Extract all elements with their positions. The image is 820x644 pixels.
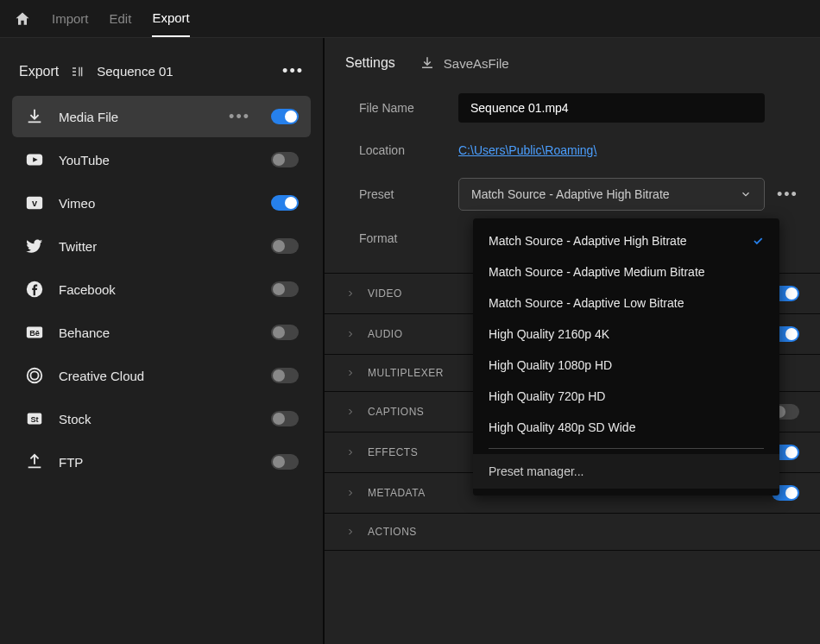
cc-icon	[24, 365, 45, 386]
svg-point-6	[28, 369, 42, 383]
stock-icon: St	[24, 408, 45, 429]
save-as-file-button[interactable]: SaveAsFile	[419, 55, 509, 71]
tab-export[interactable]: Export	[152, 0, 189, 37]
destination-label: Behance	[59, 325, 257, 340]
preset-option[interactable]: High Quality 480p SD Wide	[473, 412, 779, 443]
youtube-icon	[24, 149, 45, 170]
destination-behance[interactable]: BēBehance	[12, 312, 311, 353]
destination-list: Media File•••YouTubevVimeoTwitterFaceboo…	[12, 96, 311, 483]
settings-panel: Settings SaveAsFile File Name Location C…	[325, 38, 820, 644]
home-icon[interactable]	[14, 10, 31, 28]
settings-title: Settings	[345, 55, 395, 71]
destination-facebook[interactable]: Facebook	[12, 268, 311, 310]
destination-label: Stock	[59, 412, 257, 426]
destination-more-icon[interactable]: •••	[229, 108, 250, 126]
chevron-right-icon	[345, 447, 356, 458]
preset-option-label: High Quality 2160p 4K	[489, 327, 609, 341]
filename-input[interactable]	[458, 93, 765, 123]
sidebar-header: Export Sequence 01 •••	[12, 55, 311, 96]
destination-toggle[interactable]	[271, 238, 299, 254]
destination-stock[interactable]: StStock	[12, 398, 311, 439]
preset-value: Match Source - Adaptive High Bitrate	[471, 187, 670, 201]
sequence-name: Sequence 01	[97, 64, 173, 79]
download-icon	[419, 55, 435, 71]
destination-toggle[interactable]	[271, 152, 299, 167]
save-as-file-label: SaveAsFile	[444, 56, 509, 71]
tab-edit[interactable]: Edit	[110, 1, 132, 36]
destination-toggle[interactable]	[271, 109, 299, 124]
facebook-icon	[24, 279, 45, 300]
destination-toggle[interactable]	[271, 325, 299, 340]
tab-import[interactable]: Import	[52, 1, 89, 36]
export-icon	[24, 106, 45, 127]
preset-option-label: High Quality 720p HD	[489, 389, 605, 403]
destination-cc[interactable]: Creative Cloud	[12, 355, 311, 396]
filename-label: File Name	[359, 101, 458, 115]
sequence-icon	[71, 65, 85, 79]
behance-icon: Bē	[24, 322, 45, 343]
chevron-right-icon	[345, 488, 356, 498]
section-label: ACTIONS	[368, 526, 799, 538]
check-icon	[752, 235, 764, 247]
destination-youtube[interactable]: YouTube	[12, 139, 311, 180]
destination-toggle[interactable]	[271, 368, 299, 383]
destination-export[interactable]: Media File•••	[12, 96, 311, 137]
destination-vimeo[interactable]: vVimeo	[12, 182, 311, 224]
svg-text:St: St	[30, 415, 38, 424]
svg-text:Bē: Bē	[29, 329, 40, 338]
location-row: Location C:\Users\Public\Roaming\	[359, 143, 799, 157]
preset-option[interactable]: High Quality 1080p HD	[473, 350, 779, 381]
destination-label: Facebook	[59, 282, 257, 297]
destination-label: YouTube	[59, 153, 257, 167]
destination-ftp[interactable]: FTP	[12, 441, 311, 483]
chevron-right-icon	[345, 329, 356, 339]
svg-text:v: v	[32, 198, 38, 208]
destination-toggle[interactable]	[271, 281, 299, 297]
preset-dropdown: Match Source - Adaptive High BitrateMatc…	[473, 218, 779, 496]
settings-header: Settings SaveAsFile	[325, 38, 820, 83]
dropdown-separator	[489, 448, 764, 449]
preset-select[interactable]: Match Source - Adaptive High Bitrate	[458, 178, 765, 211]
destination-label: Creative Cloud	[59, 369, 257, 383]
chevron-right-icon	[345, 288, 356, 299]
chevron-right-icon	[345, 368, 356, 378]
preset-manager-item[interactable]: Preset manager...	[473, 454, 779, 489]
preset-more-icon[interactable]: •••	[777, 186, 798, 204]
format-label: Format	[359, 231, 458, 245]
location-label: Location	[359, 143, 458, 157]
preset-option-label: Match Source - Adaptive Low Bitrate	[489, 296, 684, 310]
section-actions[interactable]: ACTIONS	[325, 514, 820, 551]
preset-row: Preset Match Source - Adaptive High Bitr…	[359, 178, 799, 211]
sidebar-more-icon[interactable]: •••	[282, 62, 304, 80]
export-sidebar: Export Sequence 01 ••• Media File•••YouT…	[0, 38, 323, 644]
preset-option-label: High Quality 1080p HD	[489, 358, 612, 372]
destination-label: Media File	[59, 110, 215, 124]
destination-twitter[interactable]: Twitter	[12, 225, 311, 267]
preset-option[interactable]: High Quality 720p HD	[473, 381, 779, 412]
vimeo-icon: v	[24, 193, 45, 213]
preset-option[interactable]: Match Source - Adaptive High Bitrate	[473, 225, 779, 256]
ftp-icon	[24, 451, 45, 472]
preset-option[interactable]: Match Source - Adaptive Low Bitrate	[473, 287, 779, 319]
chevron-down-icon	[740, 188, 752, 200]
destination-toggle[interactable]	[271, 454, 299, 470]
preset-label: Preset	[359, 187, 458, 201]
preset-option-label: Match Source - Adaptive Medium Bitrate	[489, 265, 705, 279]
svg-point-7	[30, 371, 38, 379]
destination-label: Vimeo	[59, 196, 257, 211]
main: Export Sequence 01 ••• Media File•••YouT…	[0, 38, 820, 644]
destination-label: FTP	[59, 455, 257, 470]
preset-option[interactable]: High Quality 2160p 4K	[473, 319, 779, 350]
chevron-right-icon	[345, 527, 356, 537]
destination-toggle[interactable]	[271, 195, 299, 211]
chevron-right-icon	[345, 407, 356, 417]
preset-option-label: Match Source - Adaptive High Bitrate	[489, 234, 687, 248]
destination-toggle[interactable]	[271, 411, 299, 426]
preset-option[interactable]: Match Source - Adaptive Medium Bitrate	[473, 256, 779, 287]
filename-row: File Name	[359, 93, 799, 123]
location-link[interactable]: C:\Users\Public\Roaming\	[458, 143, 596, 157]
destination-label: Twitter	[59, 239, 257, 254]
twitter-icon	[24, 236, 45, 256]
preset-option-label: High Quality 480p SD Wide	[489, 420, 635, 434]
top-nav: Import Edit Export	[0, 0, 820, 38]
